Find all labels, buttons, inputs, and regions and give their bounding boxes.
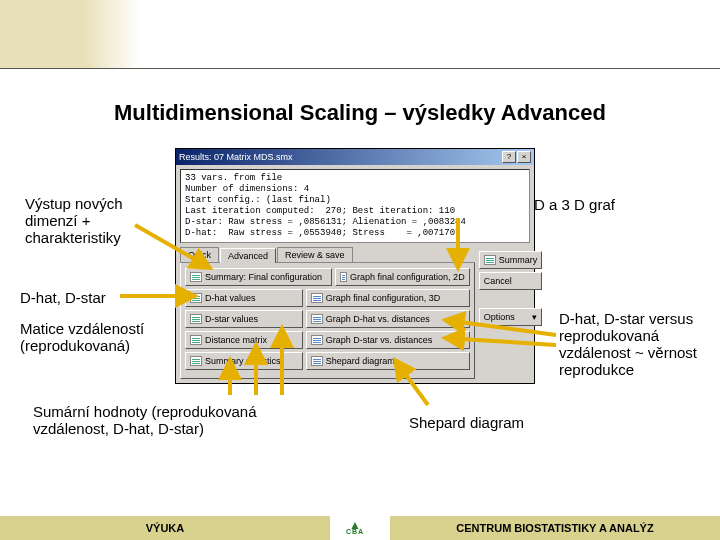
close-button[interactable]: × — [517, 151, 531, 163]
tab-quick[interactable]: Quick — [180, 247, 219, 262]
dstar-values-button[interactable]: D-star values — [185, 310, 303, 328]
info-panel: 33 vars. from file Number of dimensions:… — [180, 169, 530, 243]
chart-icon — [311, 293, 323, 303]
graph-2d-button[interactable]: Graph final configuration, 2D — [335, 268, 470, 286]
dialog-title-text: Results: 07 Matrix MDS.smx — [179, 152, 293, 162]
footer-right: CENTRUM BIOSTATISTIKY A ANALÝZ — [390, 516, 720, 540]
shepard-diagram-button[interactable]: Shepard diagram — [306, 352, 470, 370]
tab-strip: Quick Advanced Review & save — [180, 247, 475, 263]
tab-review-save[interactable]: Review & save — [277, 247, 353, 262]
divider — [0, 68, 720, 69]
dialog-titlebar[interactable]: Results: 07 Matrix MDS.smx ? × — [176, 149, 534, 165]
annotation-distance-matrix: Matice vzdáleností (reprodukovaná) — [20, 320, 170, 354]
footer: VÝUKA CENTRUM BIOSTATISTIKY A ANALÝZ — [0, 516, 720, 540]
sheet-icon — [190, 293, 202, 303]
advanced-panel: Summary: Final configuration Graph final… — [180, 263, 475, 379]
annotation-dhat-vs-distance: D-hat, D-star versus reprodukovaná vzdál… — [559, 310, 709, 378]
help-button[interactable]: ? — [502, 151, 516, 163]
annotation-dhat-dstar: D-hat, D-star — [20, 289, 160, 306]
annotation-new-dimensions: Výstup nových dimenzí + charakteristiky — [25, 195, 165, 246]
slide-accent — [0, 0, 140, 68]
footer-left: VÝUKA — [0, 516, 330, 540]
results-dialog: Results: 07 Matrix MDS.smx ? × 33 vars. … — [175, 148, 535, 384]
summary-statistics-button[interactable]: Summary statistics — [185, 352, 303, 370]
chart-icon — [311, 314, 323, 324]
final-configuration-button[interactable]: Summary: Final configuration — [185, 268, 332, 286]
cba-logo-icon — [346, 520, 374, 536]
dhat-values-button[interactable]: D-hat values — [185, 289, 303, 307]
annotation-summary-values: Sumární hodnoty (reprodukovaná vzdálenos… — [33, 403, 313, 437]
cancel-button[interactable]: Cancel — [479, 272, 543, 290]
sheet-icon — [190, 335, 202, 345]
summary-button[interactable]: Summary — [479, 251, 543, 269]
tab-advanced[interactable]: Advanced — [220, 248, 276, 263]
chart-icon — [311, 335, 323, 345]
graph-3d-button[interactable]: Graph final configuration, 3D — [306, 289, 470, 307]
sheet-icon — [190, 356, 202, 366]
graph-dstar-distance-button[interactable]: Graph D-star vs. distances — [306, 331, 470, 349]
sheet-icon — [484, 255, 496, 265]
chart-icon — [340, 272, 347, 282]
chart-icon — [311, 356, 323, 366]
sheet-icon — [190, 272, 202, 282]
options-button[interactable]: Options▾ — [479, 308, 543, 326]
distance-matrix-button[interactable]: Distance matrix — [185, 331, 303, 349]
graph-dhat-distance-button[interactable]: Graph D-hat vs. distances — [306, 310, 470, 328]
footer-logo — [330, 516, 390, 540]
page-title: Multidimensional Scaling – výsledky Adva… — [0, 100, 720, 126]
chevron-down-icon: ▾ — [532, 312, 537, 322]
sheet-icon — [190, 314, 202, 324]
annotation-shepard: Shepard diagram — [409, 414, 609, 431]
